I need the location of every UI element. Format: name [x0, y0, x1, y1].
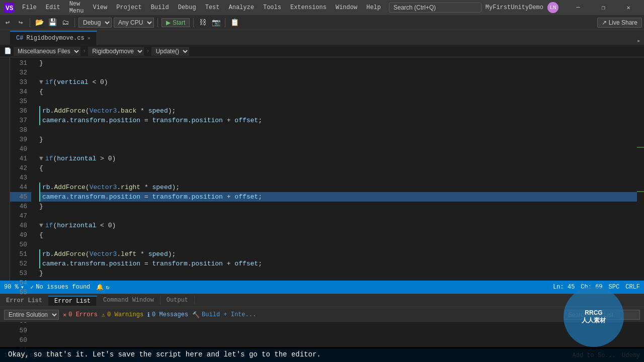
close-button[interactable]: ✕ — [617, 0, 640, 15]
menu-bar: File Edit New Menu View Project Build De… — [18, 0, 385, 16]
code-line-33: ▼ if(vertical < 0) — [39, 77, 637, 87]
menu-test[interactable]: Test — [201, 3, 224, 12]
code-line-54 — [39, 278, 637, 281]
chevron-down-icon: ▾ — [21, 284, 24, 291]
code-line-35 — [39, 97, 637, 106]
search-error-input[interactable] — [565, 310, 640, 320]
code-line-46: } — [39, 202, 637, 211]
status-line: Ln: 45 — [553, 284, 575, 291]
warning-icon: ⚠ — [102, 311, 105, 319]
build-output-button[interactable]: 🔨 Build + Inte... — [192, 311, 256, 319]
code-line-34: { — [39, 87, 637, 97]
messages-count[interactable]: ℹ 0 Messages — [147, 311, 188, 319]
tab-close-button[interactable]: ✕ — [88, 35, 91, 41]
undo-button[interactable]: ↩ — [2, 17, 13, 28]
scrollbar-right[interactable] — [637, 57, 644, 281]
format-button[interactable]: 📋 — [229, 17, 240, 28]
tab-rigidbodymove[interactable]: C# Rigidbodymove.cs ✕ — [10, 31, 97, 45]
bottom-panel: Error List Error List Command Window Out… — [0, 294, 644, 349]
scope-select[interactable]: Entire Solution — [4, 310, 59, 320]
menu-analyze[interactable]: Analyze — [225, 3, 258, 12]
run-button[interactable]: ▶ Start — [162, 18, 190, 27]
nav-sep: › — [83, 48, 86, 55]
menu-edit[interactable]: Edit — [42, 3, 64, 12]
sep4 — [193, 18, 194, 27]
open-button[interactable]: 📂 — [34, 17, 45, 28]
live-share-icon: ↗ — [602, 19, 607, 26]
menu-file[interactable]: File — [18, 3, 41, 12]
error-icon: ✕ — [63, 311, 66, 319]
bell-icon: 🔔 — [96, 284, 104, 291]
status-zoom[interactable]: 90 % ▾ — [4, 284, 24, 291]
menu-help[interactable]: Help — [362, 3, 385, 12]
code-line-42: { — [39, 163, 637, 173]
screenshot-button[interactable]: 📷 — [210, 17, 221, 28]
tab-label: Rigidbodymove.cs — [26, 35, 84, 42]
svg-text:VS: VS — [6, 5, 14, 12]
refresh-icon: ↻ — [106, 284, 109, 291]
messages-label: 0 Messages — [152, 311, 188, 318]
search-input[interactable] — [389, 3, 481, 13]
code-line-52: camera.transform.position = transform.po… — [39, 259, 637, 268]
files-select[interactable]: Miscellaneous Files — [14, 47, 80, 56]
code-line-39: } — [39, 135, 637, 144]
maximize-button[interactable]: ❐ — [592, 0, 615, 15]
collapse-icon[interactable]: ▼ — [39, 221, 43, 230]
save-button[interactable]: 💾 — [47, 17, 58, 28]
menu-view[interactable]: View — [89, 3, 111, 12]
code-line-36: rb.AddForce(Vector3.back * speed); — [39, 106, 637, 116]
code-line-40 — [39, 144, 637, 154]
code-line-48: ▼ if(horizontal < 0) — [39, 221, 637, 230]
code-line-50 — [39, 240, 637, 249]
collapse-icon[interactable]: ▼ — [39, 77, 43, 87]
status-lineending: CRLF — [625, 284, 640, 291]
tab-output[interactable]: Output — [160, 296, 195, 305]
save-all-button[interactable]: 🗂 — [60, 17, 71, 28]
platform-select[interactable]: Any CPU — [114, 18, 154, 28]
line-numbers: 3132333435363738394041424344454647484950… — [10, 57, 35, 281]
errors-count[interactable]: ✕ 0 Errors — [63, 311, 98, 319]
issues-text: No issues found — [36, 284, 90, 291]
class-select[interactable]: Rigidbodymove — [88, 47, 144, 56]
live-share-button[interactable]: ↗ Live Share — [597, 18, 642, 28]
code-line-41: ▼ if(horizontal > 0) — [39, 154, 637, 163]
tab-command-window[interactable]: Command Window — [97, 296, 160, 305]
window-controls: — ❐ ✕ — [567, 0, 640, 15]
menu-debug[interactable]: Debug — [174, 3, 200, 12]
left-activity-bar — [0, 57, 10, 281]
status-bar: 90 % ▾ ✓ No issues found 🔔 ↻ Ln: 45 Ch: … — [0, 281, 644, 294]
status-issues[interactable]: ✓ No issues found — [30, 284, 90, 291]
bottom-panel-header: Error List Error List Command Window Out… — [0, 294, 644, 307]
menu-newmenu[interactable]: New Menu — [65, 0, 88, 16]
redo-button[interactable]: ↪ — [15, 17, 26, 28]
menu-project[interactable]: Project — [112, 3, 145, 12]
method-select[interactable]: Update() — [151, 47, 189, 56]
collapse-icon[interactable]: ▼ — [39, 154, 43, 163]
warnings-count[interactable]: ⚠ 0 Warnings — [102, 311, 143, 319]
overlay-caption: Okay, so that's it. Let's save the scrip… — [0, 347, 644, 362]
debug-config-select[interactable]: Debug — [78, 18, 112, 28]
tab-error-list[interactable]: Error List — [48, 296, 97, 306]
bottom-tabs: Error List Command Window Output — [48, 296, 644, 306]
status-col: Ch: 69 — [581, 284, 602, 291]
status-notification[interactable]: 🔔 ↻ — [96, 284, 109, 291]
attach-button[interactable]: ⛓ — [197, 17, 208, 28]
code-line-32 — [39, 68, 637, 77]
title-bar-right: MyFirstUnityDemo LN — [486, 2, 558, 13]
live-share-label: Live Share — [609, 19, 637, 26]
code-editor[interactable]: }▼ if(vertical < 0) { rb.AddForce(Vector… — [35, 57, 637, 281]
error-list-title: Error List — [0, 294, 48, 307]
toolbar: ↩ ↪ 📂 💾 🗂 Debug Any CPU ▶ Start ⛓ 📷 📋 ↗ … — [0, 15, 644, 30]
title-bar: VS File Edit New Menu View Project Build… — [0, 0, 644, 15]
run-label: Start — [173, 19, 185, 26]
checkmark-icon: ✓ — [30, 284, 34, 291]
menu-tools[interactable]: Tools — [259, 3, 285, 12]
code-line-44: rb.AddForce(Vector3.right * speed); — [39, 183, 637, 192]
play-icon: ▶ — [166, 19, 171, 26]
code-line-31: } — [39, 58, 637, 68]
minimize-button[interactable]: — — [567, 0, 590, 15]
tab-overflow-button[interactable]: ▸ — [634, 37, 644, 45]
menu-extensions[interactable]: Extensions — [286, 3, 331, 12]
menu-build[interactable]: Build — [147, 3, 173, 12]
menu-window[interactable]: Window — [332, 3, 361, 12]
